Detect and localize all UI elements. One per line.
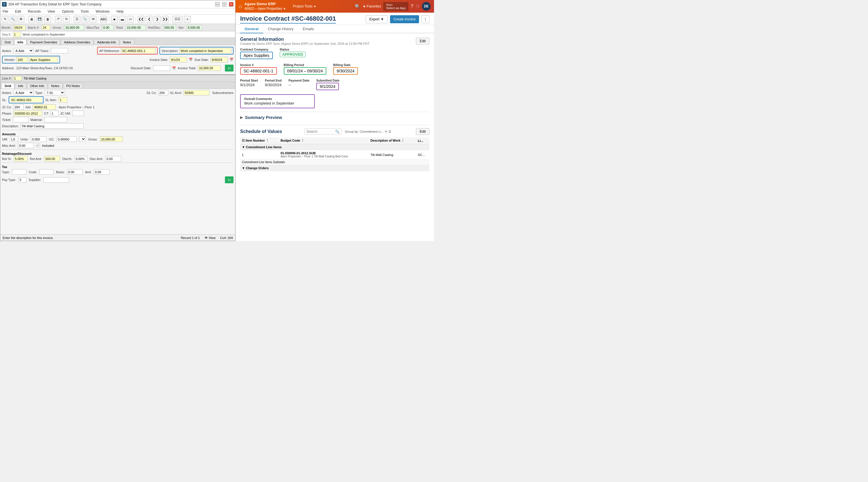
groupby-close-icon[interactable]: ✕ bbox=[384, 130, 387, 133]
new-button[interactable]: ✎ bbox=[1, 16, 8, 23]
gl-acct-input[interactable] bbox=[184, 90, 209, 95]
uc-select[interactable] bbox=[79, 137, 86, 142]
jc-um-input[interactable] bbox=[72, 111, 84, 116]
total-input[interactable] bbox=[126, 25, 146, 30]
type-select[interactable]: 7-SL bbox=[45, 90, 65, 95]
col-desc-menu-icon[interactable]: ⋮ bbox=[401, 139, 404, 142]
sov-search-input[interactable] bbox=[307, 129, 335, 133]
net-input[interactable] bbox=[186, 25, 202, 30]
ap-ref-input[interactable] bbox=[121, 48, 155, 54]
undo-button[interactable]: ↶ bbox=[55, 16, 62, 23]
col-item-menu-icon[interactable]: ⋮ bbox=[266, 139, 269, 142]
groupby-settings-icon[interactable]: ☰ bbox=[388, 130, 391, 133]
grid-button[interactable]: ☷ bbox=[73, 16, 81, 23]
monitor-button[interactable]: ■ bbox=[111, 16, 118, 23]
disc-amt-input[interactable] bbox=[105, 156, 121, 161]
menu-windows[interactable]: Windows bbox=[94, 9, 111, 14]
tax-amt-input[interactable] bbox=[94, 169, 110, 175]
nav-arrow-button[interactable]: ›› bbox=[225, 65, 234, 71]
right-tab-emails[interactable]: Emails bbox=[298, 25, 318, 33]
bottom-tab-notes[interactable]: Notes bbox=[48, 83, 63, 88]
month-input[interactable] bbox=[13, 25, 26, 30]
print-button[interactable]: 🖶 bbox=[28, 16, 35, 23]
col-budget-menu-icon[interactable]: ⋮ bbox=[301, 139, 304, 142]
box-button[interactable]: ▭ bbox=[127, 16, 134, 23]
next-button[interactable]: ❯ bbox=[154, 16, 161, 23]
uc-input[interactable] bbox=[57, 137, 77, 142]
change-orders-expand-icon[interactable]: ▼ bbox=[242, 166, 245, 170]
phase-input[interactable] bbox=[13, 111, 42, 116]
tab-address-overrides[interactable]: Address Overrides bbox=[61, 39, 93, 45]
ret-pct-input[interactable] bbox=[14, 156, 28, 161]
spellcheck-button[interactable]: ABC bbox=[100, 16, 107, 23]
refresh-button[interactable]: ↻ bbox=[63, 16, 70, 23]
tax-type-input[interactable] bbox=[12, 169, 26, 175]
maximize-button[interactable]: □ bbox=[222, 2, 227, 7]
misc2-input[interactable] bbox=[18, 143, 34, 148]
invoice-date-calendar-icon[interactable]: 📅 bbox=[189, 58, 193, 61]
sov-groupby[interactable]: Group by: Commitment Li... ✕ ☰ bbox=[345, 130, 392, 133]
forward-button[interactable]: ❯❯ bbox=[162, 16, 168, 23]
desc-input[interactable] bbox=[180, 48, 231, 54]
batch-input[interactable] bbox=[42, 25, 50, 30]
prev-button[interactable]: ❮ bbox=[146, 16, 153, 23]
tax-code-input[interactable] bbox=[39, 169, 54, 175]
disc-pct-input[interactable] bbox=[74, 156, 87, 161]
save-button[interactable]: 💾 bbox=[36, 16, 43, 23]
jc-co-input[interactable] bbox=[13, 104, 24, 110]
line-input[interactable] bbox=[13, 76, 22, 81]
sl-input[interactable] bbox=[10, 97, 42, 102]
bottom-tab-other-info[interactable]: Other Info bbox=[27, 83, 48, 88]
units-input[interactable] bbox=[31, 137, 46, 142]
bottom-nav-arrow[interactable]: ›› bbox=[225, 176, 234, 183]
bottom-tab-info[interactable]: Info bbox=[15, 83, 26, 88]
ticket-input[interactable] bbox=[13, 117, 29, 122]
seq-input[interactable] bbox=[13, 32, 21, 37]
bottom-action-select[interactable]: A-Add bbox=[13, 90, 34, 95]
menu-view[interactable]: View bbox=[46, 9, 56, 14]
help-icon[interactable]: ? bbox=[411, 4, 413, 9]
favorites-button[interactable]: ★ Favorites bbox=[363, 4, 381, 8]
bottom-tab-grid[interactable]: Grid bbox=[1, 83, 14, 88]
apps-selector[interactable]: Apps Select an App bbox=[383, 2, 408, 11]
tax-basis-input[interactable] bbox=[67, 169, 83, 175]
project-tools[interactable]: Project Tools ▼ bbox=[293, 4, 316, 8]
right-tab-general[interactable]: General bbox=[240, 25, 263, 33]
minimize-button[interactable]: — bbox=[215, 2, 220, 7]
menu-help[interactable]: Help bbox=[116, 9, 125, 14]
invoice-total-input[interactable] bbox=[198, 65, 221, 71]
tab-info[interactable]: Info bbox=[14, 39, 26, 45]
back-button[interactable]: ❮❮ bbox=[137, 16, 145, 23]
due-date-input[interactable] bbox=[211, 57, 228, 62]
close-button[interactable]: ✕ bbox=[229, 2, 234, 7]
invoice-date-input[interactable] bbox=[170, 57, 187, 62]
stamp-button[interactable]: ✉ bbox=[90, 16, 96, 23]
sov-search-box[interactable]: 🔍 bbox=[305, 128, 342, 135]
gross-input[interactable] bbox=[64, 25, 84, 30]
end-button[interactable]: ⌅ bbox=[184, 16, 191, 23]
delete-button[interactable]: 🗑 bbox=[44, 16, 51, 23]
tab-grid[interactable]: Grid bbox=[1, 39, 14, 45]
create-invoice-button[interactable]: Create Invoice bbox=[390, 15, 419, 23]
monitor2-button[interactable]: ▬ bbox=[119, 16, 126, 23]
vendor-name-input[interactable] bbox=[29, 57, 58, 62]
search-icon[interactable]: 🔍 bbox=[355, 4, 361, 9]
ret-input[interactable] bbox=[163, 25, 176, 30]
bottom-tab-po-notes[interactable]: PO Notes bbox=[63, 83, 83, 88]
included-checkbox[interactable]: ✓ bbox=[36, 144, 40, 147]
ret-amt-input[interactable] bbox=[44, 156, 60, 161]
right-tab-change-history[interactable]: Change History bbox=[263, 25, 298, 33]
find-button[interactable]: 🔍 bbox=[9, 16, 17, 23]
gl-co-input[interactable] bbox=[158, 90, 168, 95]
commitment-expand-icon[interactable]: ▼ bbox=[242, 145, 245, 149]
window-controls[interactable]: — □ ✕ bbox=[215, 2, 234, 7]
user-avatar[interactable]: DE bbox=[422, 2, 431, 11]
action-select[interactable]: A-Add bbox=[13, 48, 34, 54]
settings-button[interactable]: ⚙ bbox=[18, 16, 24, 23]
discount-date-input[interactable] bbox=[153, 65, 170, 71]
misc-input[interactable] bbox=[102, 25, 114, 30]
gross2-input[interactable] bbox=[100, 137, 123, 142]
job-input[interactable] bbox=[33, 104, 56, 110]
menu-tools[interactable]: Tools bbox=[80, 9, 90, 14]
pay-type-input[interactable] bbox=[19, 177, 26, 183]
